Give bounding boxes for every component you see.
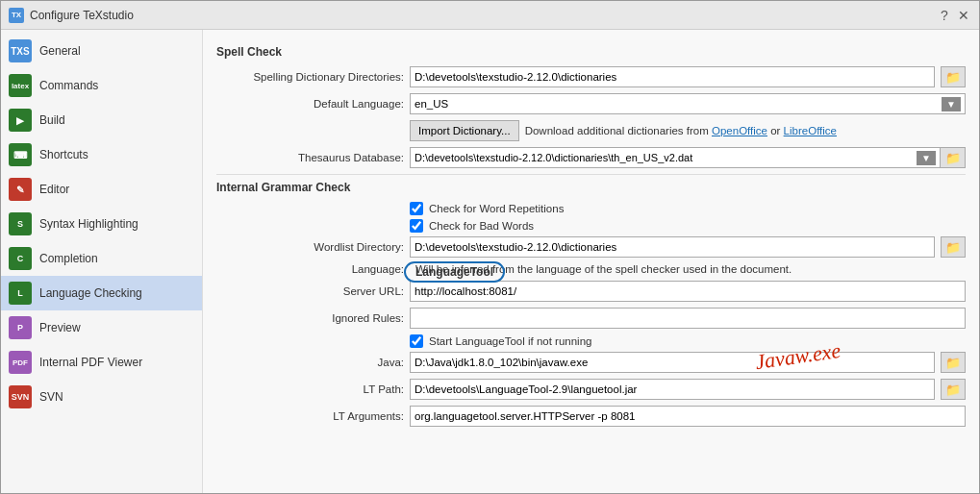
default-lang-value: en_US [415, 98, 448, 110]
ignored-rules-row: Ignored Rules: [216, 308, 966, 329]
sidebar-label-pdf: Internal PDF Viewer [39, 356, 142, 369]
default-lang-dropdown[interactable]: en_US ▼ [410, 93, 966, 114]
dict-dir-label: Spelling Dictionary Directories: [216, 71, 404, 83]
sidebar-item-general[interactable]: TXS General [1, 34, 202, 68]
syntax-icon: S [9, 212, 32, 235]
build-icon: ▶ [9, 109, 32, 132]
completion-icon: C [9, 247, 32, 270]
sidebar-item-svn[interactable]: SVN SVN [1, 380, 202, 414]
import-row: Import Dictionary... Download additional… [410, 120, 966, 141]
sidebar-label-commands: Commands [39, 79, 98, 92]
app-icon: TX [9, 8, 24, 23]
dropdown-arrow-icon: ▼ [942, 97, 961, 111]
thesaurus-label: Thesaurus Database: [216, 152, 404, 163]
sidebar-item-pdf[interactable]: PDF Internal PDF Viewer [1, 345, 202, 380]
lt-path-label: LT Path: [216, 383, 404, 395]
java-input[interactable] [410, 352, 935, 373]
libreoffice-link[interactable]: LibreOffice [784, 125, 837, 136]
check-word-rep-label: Check for Word Repetitions [429, 203, 564, 214]
title-bar: TX Configure TeXstudio ? ✕ [1, 1, 979, 30]
lt-args-label: LT Arguments: [216, 410, 404, 422]
language-note: Will be inferred from the language of th… [415, 263, 792, 275]
openoffice-link[interactable]: OpenOffice [712, 125, 767, 136]
sidebar-label-syntax: Syntax Highlighting [39, 217, 138, 231]
shortcuts-icon: ⌨ [9, 143, 32, 166]
wordlist-folder-icon: 📁 [945, 240, 961, 255]
sidebar-item-editor[interactable]: ✎ Editor [1, 172, 202, 207]
langtool-section: LanguageTool Language: Will be inferred … [216, 263, 966, 427]
bad-words-row: Check for Bad Words [410, 219, 966, 233]
close-button[interactable]: ✕ [956, 8, 971, 23]
dict-dir-browse-button[interactable]: 📁 [941, 66, 966, 87]
language-label: Language: [216, 263, 404, 275]
server-url-input[interactable] [410, 281, 966, 302]
ignored-rules-input[interactable] [410, 308, 966, 329]
editor-icon: ✎ [9, 178, 32, 201]
title-bar-controls: ? ✕ [937, 8, 971, 23]
general-icon: TXS [9, 39, 32, 62]
dict-dir-input[interactable] [410, 66, 935, 87]
start-lt-row: Start LanguageTool if not running [410, 334, 966, 348]
server-url-row: Server URL: [216, 281, 966, 302]
wordlist-label: Wordlist Directory: [216, 241, 404, 253]
folder-icon: 📁 [945, 70, 961, 85]
help-button[interactable]: ? [937, 8, 952, 23]
dict-dir-row: Spelling Dictionary Directories: 📁 [216, 66, 966, 87]
check-word-rep-checkbox[interactable] [410, 202, 423, 215]
sidebar-item-syntax[interactable]: S Syntax Highlighting [1, 207, 202, 241]
check-bad-words-label: Check for Bad Words [429, 220, 534, 232]
sidebar-item-completion[interactable]: C Completion [1, 241, 202, 276]
sidebar-item-lang[interactable]: L Language Checking [1, 276, 202, 310]
wordlist-row: Wordlist Directory: 📁 [216, 236, 966, 258]
lt-args-input[interactable] [410, 406, 966, 427]
thesaurus-browse-button[interactable]: 📁 [941, 147, 966, 168]
start-lt-checkbox[interactable] [410, 334, 423, 348]
sidebar-label-preview: Preview [39, 321, 81, 334]
java-folder-icon: 📁 [945, 356, 961, 370]
thesaurus-dropdown-arrow-icon: ▼ [917, 151, 936, 165]
server-url-label: Server URL: [216, 285, 404, 297]
check-bad-words-checkbox[interactable] [410, 219, 423, 233]
lt-args-row: LT Arguments: [216, 406, 966, 427]
configure-texstudio-window: TX Configure TeXstudio ? ✕ TXS General l… [0, 0, 980, 494]
content-area: Spell Check Spelling Dictionary Director… [203, 30, 979, 493]
lt-path-browse-button[interactable]: 📁 [941, 379, 966, 400]
lt-path-row: LT Path: 📁 [216, 379, 966, 400]
java-browse-button[interactable]: 📁 [941, 352, 966, 373]
grammar-title: Internal Grammar Check [216, 181, 966, 194]
wordlist-input[interactable] [410, 236, 935, 258]
pdf-icon: PDF [9, 351, 32, 374]
sidebar-item-preview[interactable]: P Preview [1, 310, 202, 345]
thesaurus-value: D:\devetools\texstudio-2.12.0\dictionari… [415, 152, 692, 163]
sidebar-label-lang: Language Checking [39, 286, 142, 300]
sidebar-item-build[interactable]: ▶ Build [1, 103, 202, 137]
wordlist-browse-button[interactable]: 📁 [941, 236, 966, 258]
window-title: Configure TeXstudio [30, 9, 134, 22]
thesaurus-row: Thesaurus Database: D:\devetools\texstud… [216, 147, 966, 168]
import-link-text: Download additional dictionaries from Op… [525, 125, 837, 136]
sidebar-item-shortcuts[interactable]: ⌨ Shortcuts [1, 137, 202, 172]
java-label: Java: [216, 357, 404, 368]
title-bar-left: TX Configure TeXstudio [9, 8, 134, 23]
sidebar-label-shortcuts: Shortcuts [39, 148, 88, 161]
svn-icon: SVN [9, 385, 32, 408]
sidebar: TXS General latex Commands ▶ Build ⌨ Sho… [1, 30, 203, 493]
lt-path-folder-icon: 📁 [945, 383, 961, 397]
default-lang-label: Default Language: [216, 98, 404, 110]
lang-row: Language: Will be inferred from the lang… [216, 263, 966, 275]
sidebar-label-completion: Completion [39, 252, 98, 265]
main-content: TXS General latex Commands ▶ Build ⌨ Sho… [1, 30, 979, 493]
default-lang-row: Default Language: en_US ▼ [216, 93, 966, 114]
divider-1 [216, 174, 966, 175]
sidebar-label-general: General [39, 44, 81, 58]
import-dictionary-button[interactable]: Import Dictionary... [410, 120, 519, 141]
preview-icon: P [9, 316, 32, 339]
lt-path-input[interactable] [410, 379, 935, 400]
ignored-rules-label: Ignored Rules: [216, 312, 404, 324]
word-rep-row: Check for Word Repetitions [410, 202, 966, 215]
java-row: Java: 📁 Javaw.exe [216, 352, 966, 373]
commands-icon: latex [9, 74, 32, 97]
sidebar-label-build: Build [39, 113, 65, 127]
sidebar-label-editor: Editor [39, 183, 69, 196]
sidebar-item-commands[interactable]: latex Commands [1, 68, 202, 103]
